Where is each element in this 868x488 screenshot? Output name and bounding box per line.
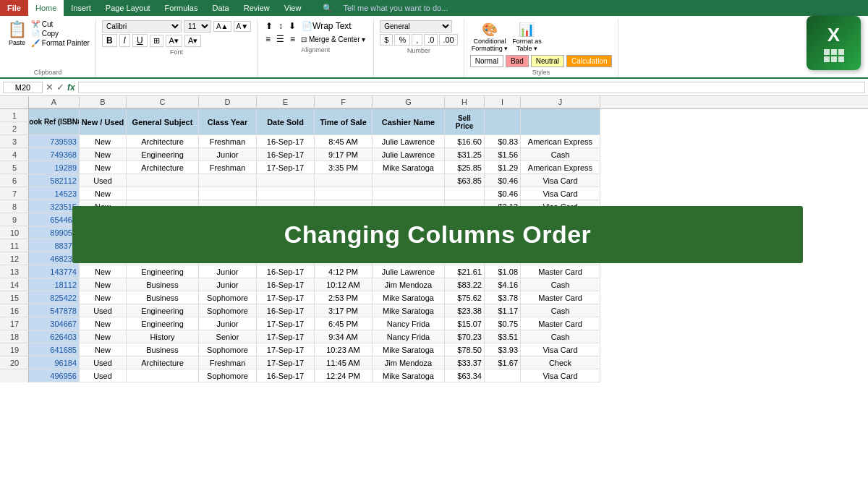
cell-isbn[interactable]: 626403 xyxy=(29,330,80,343)
style-bad[interactable]: Bad xyxy=(506,55,529,67)
row-num-18[interactable]: 18 xyxy=(0,330,29,343)
cell-cashier[interactable]: Jim Mendoza xyxy=(373,278,445,291)
cell-time-sale[interactable]: 9:17 PM xyxy=(315,148,373,161)
cell-date-sold[interactable] xyxy=(257,187,315,200)
file-tab[interactable]: File xyxy=(0,0,28,16)
row-num-17[interactable]: 17 xyxy=(0,317,29,330)
cell-subject[interactable] xyxy=(127,369,199,382)
cell-date-sold[interactable]: 17-Sep-17 xyxy=(257,291,315,304)
cell-col-i[interactable]: $1.17 xyxy=(485,304,521,317)
cell-col-i[interactable]: $3.93 xyxy=(485,343,521,356)
font-name-select[interactable]: Calibri xyxy=(102,20,182,33)
cell-sell-price[interactable]: $75.62 xyxy=(445,291,485,304)
cell-class-year[interactable] xyxy=(199,174,257,187)
cell-new-used[interactable]: New xyxy=(80,148,127,161)
decrease-decimal-button[interactable]: .00 xyxy=(439,34,457,46)
cell-new-used[interactable]: Used xyxy=(80,174,127,187)
wrap-text-button[interactable]: 📄Wrap Text xyxy=(299,20,354,32)
view-tab[interactable]: View xyxy=(277,0,309,16)
cell-col-i[interactable]: $0.75 xyxy=(485,317,521,330)
cell-subject[interactable]: Engineering xyxy=(127,304,199,317)
data-tab[interactable]: Data xyxy=(205,0,236,16)
cell-time-sale[interactable]: 8:45 AM xyxy=(315,135,373,148)
align-middle-button[interactable]: ↕ xyxy=(276,20,285,32)
row-num-1[interactable]: 1 xyxy=(0,109,29,122)
col-header-j[interactable]: J xyxy=(521,96,600,108)
cell-time-sale[interactable]: 6:45 PM xyxy=(315,317,373,330)
cell-isbn[interactable]: 14523 xyxy=(29,187,80,200)
cell-isbn[interactable]: 304667 xyxy=(29,317,80,330)
cell-payment[interactable]: Cash xyxy=(521,278,600,291)
cell-time-sale[interactable]: 12:24 PM xyxy=(315,369,373,382)
cell-class-year[interactable]: Freshman xyxy=(199,161,257,174)
cell-subject[interactable]: Business xyxy=(127,278,199,291)
increase-font-button[interactable]: A▲ xyxy=(213,21,231,32)
cell-sell-price[interactable]: $16.60 xyxy=(445,135,485,148)
cell-date-sold[interactable] xyxy=(257,174,315,187)
cell-class-year[interactable]: Senior xyxy=(199,330,257,343)
cell-sell-price[interactable]: $63.85 xyxy=(445,174,485,187)
italic-button[interactable]: I xyxy=(119,34,130,47)
cell-payment[interactable]: Visa Card xyxy=(521,369,600,382)
row-num-14[interactable]: 14 xyxy=(0,278,29,291)
cell-time-sale[interactable]: 3:35 PM xyxy=(315,161,373,174)
insert-tab[interactable]: Insert xyxy=(64,0,98,16)
cell-new-used[interactable]: New xyxy=(80,265,127,278)
cell-isbn[interactable]: 547878 xyxy=(29,304,80,317)
cell-isbn[interactable]: 582112 xyxy=(29,174,80,187)
style-calculation[interactable]: Calculation xyxy=(566,55,612,67)
cell-new-used[interactable]: New xyxy=(80,317,127,330)
row-num-4[interactable]: 4 xyxy=(0,148,29,161)
cell-date-sold[interactable]: 16-Sep-17 xyxy=(257,148,315,161)
cell-date-sold[interactable]: 16-Sep-17 xyxy=(257,135,315,148)
cell-new-used[interactable]: New xyxy=(80,291,127,304)
cell-time-sale[interactable]: 11:45 AM xyxy=(315,356,373,369)
col-header-i[interactable]: I xyxy=(485,96,521,108)
cell-subject[interactable] xyxy=(127,187,199,200)
cell-class-year[interactable]: Junior xyxy=(199,148,257,161)
cell-subject[interactable]: Business xyxy=(127,343,199,356)
cell-cashier[interactable]: Nancy Frida xyxy=(373,317,445,330)
align-center-button[interactable]: ☰ xyxy=(274,33,286,45)
fill-color-button[interactable]: A▾ xyxy=(166,35,182,47)
align-left-button[interactable]: ≡ xyxy=(263,33,273,45)
row-num-12[interactable]: 12 xyxy=(0,252,29,265)
cell-date-sold[interactable]: 17-Sep-17 xyxy=(257,161,315,174)
cell-class-year[interactable]: Junior xyxy=(199,317,257,330)
cell-isbn[interactable]: 825422 xyxy=(29,291,80,304)
style-neutral[interactable]: Neutral xyxy=(531,55,564,67)
cell-new-used[interactable]: New xyxy=(80,278,127,291)
cell-date-sold[interactable]: 16-Sep-17 xyxy=(257,265,315,278)
row-num-20[interactable]: 20 xyxy=(0,356,29,369)
cell-class-year[interactable]: Freshman xyxy=(199,356,257,369)
col-header-h[interactable]: H xyxy=(445,96,485,108)
currency-button[interactable]: $ xyxy=(380,34,393,46)
cell-col-i[interactable]: $1.67 xyxy=(485,356,521,369)
home-tab[interactable]: Home xyxy=(28,0,64,16)
cell-cashier[interactable] xyxy=(373,187,445,200)
cell-new-used[interactable]: New xyxy=(80,161,127,174)
copy-button[interactable]: 📄 Copy xyxy=(31,30,90,38)
decrease-font-button[interactable]: A▼ xyxy=(234,21,252,32)
cell-new-used[interactable]: Used xyxy=(80,304,127,317)
border-button[interactable]: ⊞ xyxy=(150,35,163,47)
cell-subject[interactable]: Engineering xyxy=(127,317,199,330)
cell-cashier[interactable]: Mike Saratoga xyxy=(373,343,445,356)
cell-isbn[interactable]: 641685 xyxy=(29,343,80,356)
cell-col-i[interactable]: $4.16 xyxy=(485,278,521,291)
cell-cashier[interactable]: Julie Lawrence xyxy=(373,265,445,278)
cell-col-i[interactable]: $0.46 xyxy=(485,174,521,187)
cell-time-sale[interactable]: 10:12 AM xyxy=(315,278,373,291)
cell-cashier[interactable]: Julie Lawrence xyxy=(373,135,445,148)
cell-class-year[interactable]: Sophomore xyxy=(199,291,257,304)
cell-new-used[interactable]: New xyxy=(80,330,127,343)
cell-isbn[interactable]: 143774 xyxy=(29,265,80,278)
align-bottom-button[interactable]: ⬇ xyxy=(286,20,298,32)
col-header-a[interactable]: A xyxy=(29,96,80,108)
cell-subject[interactable]: Architecture xyxy=(127,161,199,174)
cell-new-used[interactable]: Used xyxy=(80,369,127,382)
cell-subject[interactable]: Architecture xyxy=(127,356,199,369)
cell-class-year[interactable]: Junior xyxy=(199,265,257,278)
cell-subject[interactable]: History xyxy=(127,330,199,343)
cell-sell-price[interactable]: $33.37 xyxy=(445,356,485,369)
